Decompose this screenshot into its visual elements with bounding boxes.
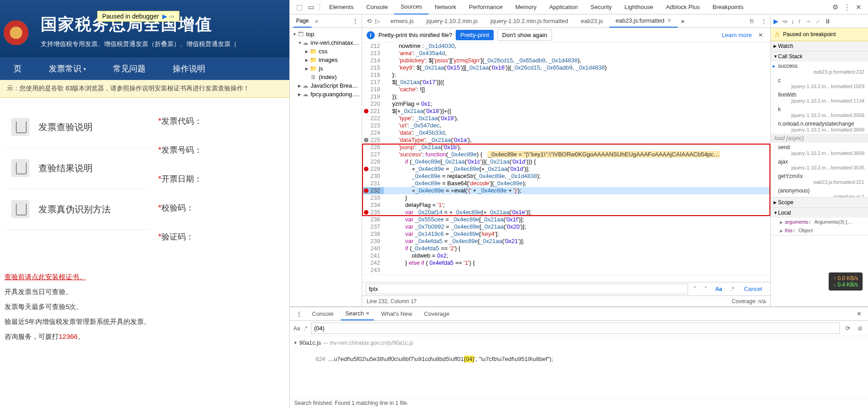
code-line[interactable]: 225 'dataType': _0x21aa('0x1a'), (362, 136, 770, 144)
code-line[interactable]: 222 'type': _0x21aa('0x19'), (362, 115, 770, 122)
code-line[interactable]: 238 var _0x1419c6 = _0x4ec89e['key4']; (362, 230, 770, 238)
tab-lighthouse[interactable]: Lighthouse (618, 0, 660, 14)
step-icon[interactable]: ⤼ (169, 13, 175, 20)
code-line[interactable]: 226 'jsonp': _0x21aa('0x1b'), (362, 144, 770, 151)
code-line[interactable]: 219 }); (362, 93, 770, 100)
file-tree[interactable]: ▼🗔top▼☁inv-veri.chinatax.g…▶📁css▶📁images… (290, 28, 362, 306)
code-line[interactable]: 243 (362, 267, 770, 274)
resume-button[interactable]: ▶ (774, 18, 778, 25)
card-verify-method[interactable]: 发票真伪识别方法 (5, 189, 149, 230)
find-input[interactable] (366, 284, 688, 294)
result-file[interactable]: ▼ 90a1c.js — inv-veri.chinatax.gov.cn/js… (290, 338, 868, 347)
sidebar-menu-icon[interactable]: ⋮ (353, 18, 358, 24)
install-cert-link[interactable]: 查验前请点此安装根证书。 (5, 273, 86, 281)
tree-item[interactable]: ▶📁css (290, 47, 362, 56)
tab-console[interactable]: Console (360, 0, 394, 14)
nav-home[interactable]: 页 (0, 57, 35, 80)
tree-item[interactable]: ▶☁JavaScript Breakp… (290, 81, 362, 90)
step-into-icon[interactable]: ↓ (791, 18, 794, 25)
code-line[interactable]: 232 ●_0x4ec89e = ●eval('(' + _0x4ec89e +… (362, 187, 770, 194)
close-icon[interactable]: ✕ (853, 1, 864, 13)
tree-item[interactable]: ▼🗔top (290, 30, 362, 38)
code-line[interactable]: 221 $[●_0x21aa('0x18')]●({ (362, 108, 770, 115)
sidebar-tab-page[interactable]: Page (293, 15, 311, 28)
code-line[interactable]: 237 var _0x7b0992 = _0x4ec89e[_0x21aa('0… (362, 223, 770, 230)
device-icon[interactable]: ▭ (305, 1, 317, 13)
code-line[interactable]: 218 'cache': ![] (362, 86, 770, 93)
refresh-icon[interactable]: ⟳ (844, 325, 852, 332)
tab-memory[interactable]: Memory (509, 0, 543, 14)
stack-frame[interactable]: n.onload.n.onreadystatechangejquery-1.10… (771, 119, 868, 134)
stack-frame[interactable]: sendjquery-1.10.2.m…formatted:3699 (771, 143, 868, 157)
resume-icon[interactable]: ▶ (162, 13, 167, 20)
editor-menu-icon[interactable]: ⋮ (757, 18, 770, 24)
format-icon[interactable]: ⎘ (746, 18, 757, 24)
code-line[interactable]: 240 if (_0x4efda5 == '2') { (362, 245, 770, 252)
sidebar-more-icon[interactable]: » (315, 18, 318, 24)
tree-item[interactable]: ▼☁inv-veri.chinatax.g… (290, 38, 362, 47)
drawer-tab-search[interactable]: Search✕ (341, 307, 374, 320)
code-line[interactable]: 229 ●_0x4ec89e = _0x4ec89e[●_0x21aa('0x1… (362, 165, 770, 173)
code-line[interactable]: 214 'publickey': $['psiss']['yzmqSign'](… (362, 57, 770, 64)
search-results[interactable]: ▼ 90a1c.js — inv-veri.chinatax.gov.cn/js… (290, 336, 868, 398)
stack-frame[interactable]: successeab23.js:formatted:232 (771, 61, 868, 76)
close-icon[interactable]: ✕ (755, 32, 766, 38)
deactivate-bp-icon[interactable]: ⟋ (815, 18, 821, 25)
pretty-print-button[interactable]: Pretty-print (456, 30, 494, 40)
tab-sources[interactable]: Sources (394, 0, 429, 14)
card-check-desc[interactable]: 发票查验说明 (5, 107, 149, 148)
tab-security[interactable]: Security (584, 0, 618, 14)
code-line[interactable]: 227 'success': function(_0x4ec89e) { _0x… (362, 151, 770, 158)
code-line[interactable]: 236 var _0x555cee = _0x4ec89e[_0x21aa('0… (362, 216, 770, 223)
scope-header[interactable]: ▶Scope (771, 197, 868, 207)
tab-network[interactable]: Network (429, 0, 463, 14)
match-case-icon[interactable]: Aa (712, 285, 725, 293)
editor-tab[interactable]: emwrs.js (384, 14, 420, 28)
dont-show-button[interactable]: Don't show again (497, 29, 552, 41)
tab-adblock[interactable]: Adblock Plus (660, 0, 706, 14)
tab-performance[interactable]: Performance (462, 0, 509, 14)
code-line[interactable]: 224 'data': _0x45b33d, (362, 129, 770, 136)
regex-icon[interactable]: .* (728, 285, 737, 293)
code-line[interactable]: 215 'key9': $[_0x21aa('0x15')][_0x21aa('… (362, 64, 770, 71)
close-icon[interactable]: ✕ (667, 18, 671, 23)
code-line[interactable]: 235 var _0x20af14 = ●_0x4ec89e[●_0x21aa(… (362, 209, 770, 216)
step-icon[interactable]: → (805, 18, 811, 25)
scope-var[interactable]: ▶arguments: Arguments(3) [… (771, 218, 868, 226)
result-line[interactable]: 624…u7edf\u5f02\u5e38\uff0c\u8bf7\u91cd\… (290, 347, 868, 370)
scope-var[interactable]: ▶this: Object (771, 226, 868, 235)
local-header[interactable]: ▼Local (771, 208, 868, 218)
h-scrollbar[interactable] (362, 275, 770, 282)
tree-item[interactable]: ▶📁images (290, 56, 362, 64)
inspect-icon[interactable]: ⬚ (293, 1, 305, 13)
step-over-icon[interactable]: ⤼ (782, 18, 788, 25)
regex-icon[interactable]: .* (304, 325, 307, 332)
drawer-close-icon[interactable]: ✕ (854, 310, 864, 317)
stack-frame[interactable]: getYzmXxeab23.js:formatted:221 (771, 172, 868, 186)
stack-frame[interactable]: kjquery-1.10.2.m…formatted:3556 (771, 105, 868, 119)
nav-icon[interactable]: ▷ (375, 18, 380, 24)
drawer-menu-icon[interactable]: ⋮ (293, 310, 305, 317)
tab-breakpoints[interactable]: Breakpoints (706, 0, 750, 14)
tabs-more-icon[interactable]: » (678, 18, 688, 24)
code-line[interactable]: 234 delayFlag = '1'; (362, 202, 770, 209)
next-match-icon[interactable]: ˅ (702, 285, 710, 293)
drawer-tab-coverage[interactable]: Coverage (420, 308, 454, 320)
stack-frame[interactable]: cjquery-1.10.2.m…formatted:1029 (771, 76, 868, 90)
nav-knowledge[interactable]: 发票常识▾ (35, 57, 99, 80)
close-icon[interactable]: ✕ (366, 311, 369, 316)
editor-tab[interactable]: eab23.js (575, 14, 609, 28)
editor-tab[interactable]: jquery-1.10.2.min.js (420, 14, 484, 28)
code-line[interactable]: 213 'area': _0x435a4d, (362, 50, 770, 57)
code-line[interactable]: 239 var _0x4efda5 = _0x4ec89e[_0x21aa('0… (362, 238, 770, 245)
tree-item[interactable]: ▶📁js (290, 64, 362, 73)
gear-icon[interactable]: ⚙ (830, 1, 841, 13)
clear-icon[interactable]: ⊘ (856, 325, 864, 332)
card-result-desc[interactable]: 查验结果说明 (5, 148, 149, 189)
drawer-tab-console[interactable]: Console (307, 308, 338, 320)
code-line[interactable]: 217 $[_0x21aa('0x17')]({ (362, 79, 770, 86)
tree-item[interactable]: 🗎(index) (290, 73, 362, 81)
code-line[interactable]: 233 } (362, 194, 770, 202)
code-line[interactable]: 216 }; (362, 71, 770, 79)
nav-help[interactable]: 操作说明 (159, 57, 219, 80)
